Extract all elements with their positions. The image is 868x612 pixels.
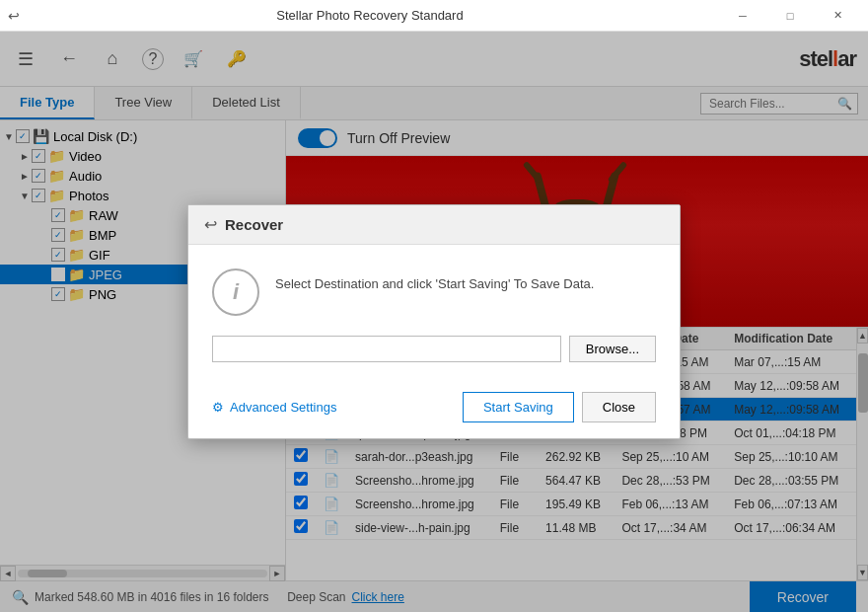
title-bar: ↩ Stellar Photo Recovery Standard ─ □ ✕ [0, 0, 868, 32]
modal-overlay: ↩ Recover i Select Destination and click… [0, 32, 868, 612]
minimize-button[interactable]: ─ [720, 0, 765, 32]
modal-footer: ⚙ Advanced Settings Start Saving Close [188, 382, 680, 438]
title-bar-title: Stellar Photo Recovery Standard [20, 8, 720, 23]
destination-path-input[interactable] [212, 336, 561, 362]
advanced-settings-label: Advanced Settings [230, 400, 336, 415]
modal-header: ↩ Recover [188, 205, 680, 245]
gear-icon: ⚙ [212, 400, 224, 415]
modal-info-text: Select Destination and click 'Start Savi… [275, 268, 594, 291]
maximize-button[interactable]: □ [767, 0, 813, 32]
modal-title: Recover [225, 216, 283, 233]
modal-actions: Start Saving Close [463, 392, 656, 422]
browse-button[interactable]: Browse... [569, 336, 656, 362]
back-arrow-icon: ↩ [8, 8, 20, 24]
modal-back-icon: ↩ [204, 215, 217, 234]
title-bar-controls: ─ □ ✕ [720, 0, 860, 32]
modal-body: i Select Destination and click 'Start Sa… [188, 245, 680, 382]
modal-input-row: Browse... [212, 336, 656, 362]
modal-info-row: i Select Destination and click 'Start Sa… [212, 268, 656, 316]
info-icon: i [212, 268, 259, 316]
close-window-button[interactable]: ✕ [815, 0, 860, 32]
start-saving-button[interactable]: Start Saving [463, 392, 574, 422]
title-bar-left: ↩ [8, 8, 20, 24]
close-modal-button[interactable]: Close [582, 392, 656, 422]
recover-modal: ↩ Recover i Select Destination and click… [187, 204, 681, 439]
advanced-settings-link[interactable]: ⚙ Advanced Settings [212, 400, 336, 415]
